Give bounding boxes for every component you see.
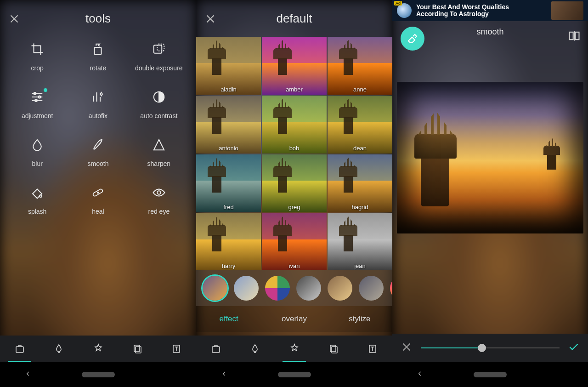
category-bw[interactable] <box>296 276 321 301</box>
tab-effect[interactable]: effect <box>196 306 261 332</box>
filter-bob[interactable]: bob <box>262 96 327 154</box>
effects-screen: default aladinamberanneantoniobobdeanfre… <box>196 0 392 387</box>
filter-aladin[interactable]: aladin <box>196 37 261 95</box>
category-cool[interactable] <box>359 276 384 301</box>
filter-hagrid[interactable]: hagrid <box>328 154 392 212</box>
tool-label: adjustment <box>22 112 53 120</box>
bottom-nav <box>0 336 196 362</box>
cancel-button[interactable] <box>401 341 413 355</box>
back-icon[interactable] <box>417 370 423 379</box>
tools-grid: crop rotate double exposure adjustment a… <box>0 42 196 215</box>
compare-icon[interactable] <box>568 29 581 42</box>
nav-text[interactable] <box>353 336 392 362</box>
category-warm[interactable] <box>328 276 352 301</box>
filter-label: jean <box>328 262 392 269</box>
nav-text[interactable] <box>157 336 196 362</box>
category-soft[interactable] <box>234 276 259 301</box>
filter-antonio[interactable]: antonio <box>196 96 261 154</box>
filter-label: aladin <box>196 86 261 93</box>
tool-blur[interactable]: blur <box>9 138 65 167</box>
adjustment-icon <box>30 90 44 104</box>
svg-rect-1 <box>154 45 162 53</box>
android-nav-bar <box>392 362 588 387</box>
home-pill[interactable] <box>474 372 507 377</box>
filter-harry[interactable]: harry <box>196 213 261 270</box>
filter-ivan[interactable]: ivan <box>262 213 327 270</box>
tab-overlay[interactable]: overlay <box>261 306 327 332</box>
intensity-slider[interactable] <box>421 342 560 353</box>
tab-stylize[interactable]: stylize <box>327 306 392 332</box>
screen-title: smooth <box>476 27 503 37</box>
category-pop[interactable] <box>265 276 290 301</box>
nav-layers[interactable] <box>314 336 353 362</box>
tool-label: heal <box>92 208 104 215</box>
nav-brush[interactable] <box>39 336 78 362</box>
tool-autofix[interactable]: autofix <box>70 90 126 120</box>
filter-label: fred <box>196 204 261 211</box>
tower-graphic-small <box>543 137 561 170</box>
screen-title: tools <box>85 11 111 26</box>
back-icon[interactable] <box>221 370 227 379</box>
ad-banner[interactable]: Ad Your Best And Worst Qualities Accordi… <box>392 0 588 21</box>
tool-double-exposure[interactable]: double exposure <box>131 42 187 72</box>
filter-anne[interactable]: anne <box>328 37 392 95</box>
filter-jean[interactable]: jean <box>328 213 392 270</box>
svg-rect-16 <box>330 345 336 352</box>
home-pill[interactable] <box>278 372 311 377</box>
home-pill[interactable] <box>82 372 115 377</box>
tool-label: sharpen <box>147 160 171 167</box>
tool-auto-contrast[interactable]: auto contrast <box>131 90 187 120</box>
filter-label: bob <box>262 145 327 152</box>
filter-label: harry <box>196 262 261 269</box>
filter-greg[interactable]: greg <box>262 154 327 212</box>
new-badge-icon <box>44 88 47 92</box>
svg-rect-13 <box>136 347 141 353</box>
tool-sharpen[interactable]: sharpen <box>131 138 187 167</box>
tool-rotate[interactable]: rotate <box>70 42 126 72</box>
category-strip[interactable] <box>196 270 392 306</box>
smooth-icon <box>91 138 105 152</box>
screen-title: default <box>276 11 312 26</box>
svg-rect-11 <box>16 347 23 353</box>
nav-effects[interactable] <box>79 336 118 362</box>
tool-label: smooth <box>88 160 109 167</box>
double-exposure-icon <box>152 42 166 56</box>
back-icon[interactable] <box>25 370 31 379</box>
tool-label: autofix <box>89 112 107 120</box>
filter-fred[interactable]: fred <box>196 154 261 212</box>
effect-tabs: effect overlay stylize <box>196 306 392 332</box>
tool-splash[interactable]: splash <box>9 186 65 215</box>
nav-tools[interactable] <box>196 336 235 362</box>
svg-rect-15 <box>212 347 220 353</box>
svg-rect-19 <box>570 32 573 40</box>
filter-label: amber <box>262 86 327 93</box>
filter-label: antonio <box>196 145 261 152</box>
eraser-button[interactable] <box>401 27 424 51</box>
svg-rect-17 <box>332 347 337 353</box>
nav-brush[interactable] <box>235 336 274 362</box>
nav-effects[interactable] <box>275 336 314 362</box>
filter-dean[interactable]: dean <box>328 96 392 154</box>
bottom-nav <box>196 336 392 362</box>
nav-tools[interactable] <box>0 336 39 362</box>
filter-label: anne <box>328 86 392 93</box>
category-default[interactable] <box>203 276 227 301</box>
svg-point-7 <box>40 195 42 197</box>
android-nav-bar <box>196 362 392 387</box>
tool-adjustment[interactable]: adjustment <box>9 90 65 120</box>
tool-heal[interactable]: heal <box>70 186 126 215</box>
tool-crop[interactable]: crop <box>9 42 65 72</box>
auto-contrast-icon <box>152 90 166 104</box>
tool-smooth[interactable]: smooth <box>70 138 126 167</box>
ad-text: Your Best And Worst Qualities According … <box>416 4 509 18</box>
close-icon[interactable] <box>8 13 20 25</box>
splash-icon <box>30 186 44 199</box>
apply-button[interactable] <box>568 341 580 355</box>
tool-red-eye[interactable]: red eye <box>131 186 187 215</box>
filter-label: ivan <box>262 262 327 269</box>
tool-label: rotate <box>90 64 107 72</box>
filter-amber[interactable]: amber <box>262 37 327 95</box>
close-icon[interactable] <box>204 13 216 25</box>
nav-layers[interactable] <box>118 336 157 362</box>
image-canvas[interactable] <box>397 82 583 233</box>
